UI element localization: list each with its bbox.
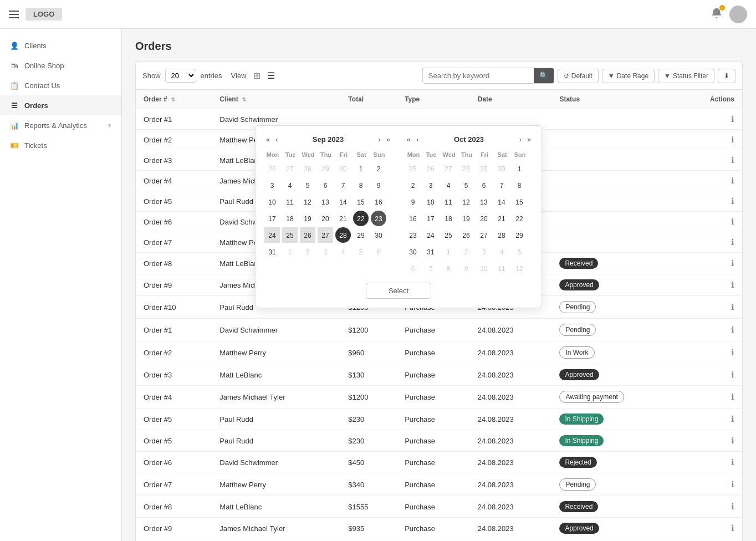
sidebar-item-contact-us[interactable]: 📋 Contact Us — [0, 75, 121, 95]
cal-day[interactable]: 13 — [476, 194, 492, 210]
cal-day[interactable]: 26 — [264, 161, 280, 176]
cal-day[interactable]: 9 — [371, 177, 386, 193]
cal-day[interactable]: 21 — [494, 211, 509, 226]
info-button[interactable]: ℹ — [731, 370, 734, 380]
cal-day[interactable]: 25 — [441, 227, 456, 243]
info-button[interactable]: ℹ — [731, 280, 734, 290]
oct-prev-button[interactable]: ‹ — [415, 135, 420, 144]
calendar-select-button[interactable]: Select — [366, 283, 431, 299]
cal-day[interactable]: 14 — [494, 194, 509, 210]
info-button[interactable]: ℹ — [731, 302, 734, 312]
info-button[interactable]: ℹ — [731, 348, 734, 358]
hamburger-menu[interactable] — [9, 11, 19, 18]
cal-day[interactable]: 1 — [441, 244, 456, 259]
list-view-button[interactable]: ☰ — [265, 69, 277, 82]
search-button[interactable]: 🔍 — [534, 68, 554, 83]
info-button[interactable]: ℹ — [731, 258, 734, 268]
cal-day[interactable]: 7 — [423, 261, 438, 276]
status-filter-button[interactable]: ▼ Status Filter — [658, 69, 714, 83]
cal-day[interactable]: 8 — [512, 177, 527, 193]
cal-day[interactable]: 9 — [458, 261, 474, 276]
cal-day[interactable]: 28 — [300, 161, 315, 176]
cal-day[interactable]: 10 — [423, 194, 438, 210]
cal-day[interactable]: 7 — [494, 177, 509, 193]
sep-prev-button[interactable]: ‹ — [274, 135, 279, 144]
cal-day[interactable]: 18 — [282, 211, 298, 226]
info-button[interactable]: ℹ — [731, 176, 734, 186]
sidebar-item-tickets[interactable]: 🎫 Tickets — [0, 135, 121, 155]
info-button[interactable]: ℹ — [731, 436, 734, 446]
cal-day[interactable]: 30 — [494, 161, 509, 176]
info-button[interactable]: ℹ — [731, 196, 734, 206]
cal-day-27-range[interactable]: 27 — [318, 227, 333, 243]
cal-day[interactable]: 1 — [353, 161, 369, 176]
cal-day-25-range[interactable]: 25 — [282, 227, 298, 243]
cal-day[interactable]: 11 — [494, 261, 509, 276]
cal-day[interactable]: 30 — [405, 244, 421, 259]
search-input[interactable] — [423, 69, 534, 83]
cal-day[interactable]: 6 — [318, 177, 333, 193]
cal-day[interactable]: 10 — [264, 194, 280, 210]
info-button[interactable]: ℹ — [731, 217, 734, 227]
cal-day[interactable]: 30 — [335, 161, 351, 176]
cal-day[interactable]: 27 — [476, 227, 492, 243]
cal-day-22-selected[interactable]: 22 — [353, 211, 369, 226]
oct-next-button[interactable]: › — [517, 135, 523, 144]
info-button[interactable]: ℹ — [731, 114, 734, 124]
info-button[interactable]: ℹ — [731, 502, 734, 512]
info-button[interactable]: ℹ — [731, 414, 734, 424]
info-button[interactable]: ℹ — [731, 325, 734, 335]
cal-day[interactable]: 19 — [458, 211, 474, 226]
cal-day[interactable]: 12 — [512, 261, 527, 276]
cal-day[interactable]: 18 — [441, 211, 456, 226]
cal-day[interactable]: 4 — [282, 177, 298, 193]
entries-select[interactable]: 201050100 — [165, 69, 196, 83]
cal-day[interactable]: 23 — [405, 227, 421, 243]
cal-day[interactable]: 4 — [494, 244, 509, 259]
cal-day[interactable]: 29 — [353, 227, 369, 243]
cal-day[interactable]: 29 — [512, 227, 527, 243]
cal-day[interactable]: 13 — [318, 194, 333, 210]
info-button[interactable]: ℹ — [731, 155, 734, 165]
cal-day[interactable]: 4 — [441, 177, 456, 193]
cal-day[interactable]: 28 — [494, 227, 509, 243]
cal-day[interactable]: 19 — [300, 211, 315, 226]
cal-day[interactable]: 29 — [476, 161, 492, 176]
cal-day[interactable]: 5 — [353, 244, 369, 259]
cal-day-23-selected[interactable]: 23 — [371, 211, 386, 226]
sep-next-button[interactable]: › — [376, 135, 382, 144]
cal-day[interactable]: 17 — [423, 211, 438, 226]
info-button[interactable]: ℹ — [731, 457, 734, 467]
sep-next-next-button[interactable]: » — [385, 135, 392, 144]
info-button[interactable]: ℹ — [731, 237, 734, 247]
cal-day[interactable]: 3 — [318, 244, 333, 259]
cal-day-26-range[interactable]: 26 — [300, 227, 315, 243]
grid-view-button[interactable]: ⊞ — [251, 69, 263, 82]
cal-day[interactable]: 5 — [458, 177, 474, 193]
cal-day[interactable]: 26 — [423, 161, 438, 176]
sidebar-item-online-shop[interactable]: 🛍 Online Shop — [0, 55, 121, 75]
sidebar-item-clients[interactable]: 👤 Clients — [0, 35, 121, 55]
info-button[interactable]: ℹ — [731, 479, 734, 489]
cal-day[interactable]: 11 — [282, 194, 298, 210]
cal-day[interactable]: 12 — [300, 194, 315, 210]
cal-day[interactable]: 2 — [300, 244, 315, 259]
cal-day-24-range[interactable]: 24 — [264, 227, 280, 243]
cal-day[interactable]: 4 — [335, 244, 351, 259]
cal-day[interactable]: 2 — [405, 177, 421, 193]
cal-day[interactable]: 7 — [335, 177, 351, 193]
cal-day[interactable]: 10 — [476, 261, 492, 276]
cal-day[interactable]: 22 — [512, 211, 527, 226]
cal-day[interactable]: 9 — [405, 194, 421, 210]
info-button[interactable]: ℹ — [731, 135, 734, 145]
cal-day[interactable]: 20 — [318, 211, 333, 226]
cal-day[interactable]: 1 — [512, 161, 527, 176]
cal-day[interactable]: 5 — [512, 244, 527, 259]
cal-day[interactable]: 12 — [458, 194, 474, 210]
cal-day[interactable]: 6 — [371, 244, 386, 259]
cal-day-28-selected[interactable]: 28 — [335, 227, 351, 243]
cal-day[interactable]: 15 — [512, 194, 527, 210]
date-range-button[interactable]: ▼ Date Rage — [602, 69, 655, 83]
cal-day[interactable]: 8 — [353, 177, 369, 193]
oct-prev-prev-button[interactable]: « — [405, 135, 412, 144]
